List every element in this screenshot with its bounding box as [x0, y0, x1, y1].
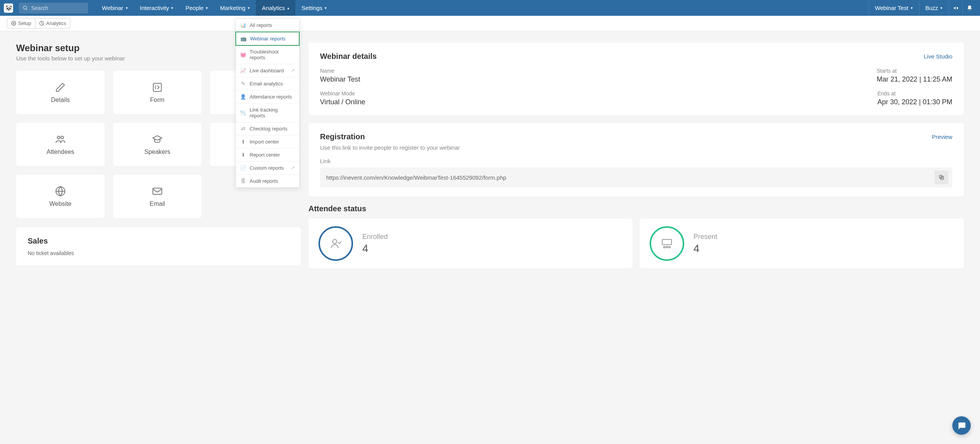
svg-point-14 [666, 246, 668, 248]
app-logo[interactable]: 🐼 [4, 3, 13, 13]
details-title: Webinar details [320, 52, 377, 61]
nav-buzz[interactable]: Buzz▾ [919, 0, 948, 16]
enrolled-label: Enrolled [362, 233, 388, 241]
dd-checklog[interactable]: ⇄Checklog reports [236, 122, 299, 135]
dd-attendance[interactable]: 👤Attendance reports [236, 90, 299, 103]
dd-label: Audit reports [250, 178, 278, 184]
nav-analytics[interactable]: Analytics▴ [256, 0, 295, 16]
dd-label: Import center [250, 139, 279, 145]
external-link-icon: ↗ [291, 165, 295, 170]
dd-troubleshoot[interactable]: 💓Troubleshoot reports [236, 45, 299, 64]
user-check-icon: 👤 [240, 94, 246, 100]
people-icon [55, 134, 66, 145]
chevron-down-icon: ▾ [248, 6, 250, 10]
dd-live-dashboard[interactable]: 📈Live dashboard↗ [236, 64, 299, 77]
chevron-down-icon: ▾ [325, 6, 327, 10]
announce-icon[interactable] [948, 0, 962, 16]
starts-label: Starts at [877, 68, 952, 74]
globe-icon [55, 186, 66, 197]
present-card: Present 4 [640, 219, 964, 269]
dd-all-reports[interactable]: 📊All reports [236, 19, 299, 32]
svg-rect-8 [153, 188, 162, 194]
swap-icon: ⇄ [240, 126, 246, 132]
dd-custom[interactable]: 📄Custom reports↗ [236, 162, 299, 175]
user-check-icon [330, 237, 342, 250]
enrolled-ring [318, 226, 353, 261]
tile-speakers[interactable]: Speakers [113, 123, 202, 166]
copy-button[interactable] [935, 170, 948, 184]
dd-webinar-reports[interactable]: 📺Webinar reports [235, 32, 300, 46]
dd-label: Webinar reports [250, 36, 285, 42]
nav-webinar[interactable]: Webinar▾ [96, 0, 134, 16]
nav-settings[interactable]: Settings▾ [295, 0, 333, 16]
analytics-dropdown: 📊All reports 📺Webinar reports 💓Troublesh… [235, 18, 300, 188]
search-box[interactable] [19, 3, 88, 13]
graduation-icon [152, 134, 163, 145]
form-icon [152, 82, 163, 93]
dd-report-center[interactable]: ⬇Report center [236, 149, 299, 162]
svg-line-1 [26, 8, 28, 10]
archive-icon: 🗄 [240, 178, 246, 184]
trending-icon: 📉 [240, 110, 246, 116]
nav-webinar-label: Webinar [102, 5, 123, 11]
chevron-down-icon: ▾ [206, 6, 208, 10]
nav-marketing[interactable]: Marketing▾ [214, 0, 256, 16]
dd-link-tracking[interactable]: 📉Link tracking reports [236, 103, 299, 122]
svg-point-6 [61, 136, 63, 139]
nav-settings-label: Settings [302, 5, 322, 11]
svg-rect-12 [662, 239, 672, 244]
link-label: Link [320, 158, 952, 164]
nav-interactivity[interactable]: Interactivity▾ [134, 0, 180, 16]
live-studio-link[interactable]: Live Studio [924, 53, 952, 60]
sales-empty: No ticket availables [28, 250, 289, 256]
tile-label: Website [49, 200, 72, 207]
present-ring [650, 226, 684, 261]
tile-label: Details [51, 97, 70, 103]
registration-panel: Registration Preview Use this link to in… [308, 123, 964, 197]
dd-audit[interactable]: 🗄Audit reports [236, 175, 299, 187]
tile-label: Form [150, 97, 164, 103]
tile-details[interactable]: Details [16, 71, 105, 114]
ends-value: Apr 30, 2022 | 01:30 PM [877, 98, 952, 106]
dd-label: Custom reports [250, 165, 284, 171]
svg-rect-4 [153, 83, 162, 91]
bar-chart-icon: 📊 [240, 22, 246, 28]
chevron-down-icon: ▾ [171, 6, 173, 10]
bell-icon[interactable] [962, 0, 976, 16]
tile-attendees[interactable]: Attendees [16, 123, 105, 166]
tile-website[interactable]: Website [16, 175, 105, 218]
preview-link[interactable]: Preview [932, 134, 952, 140]
tile-email[interactable]: Email [113, 175, 202, 218]
dd-email-analytics[interactable]: ✎Email analytics [236, 77, 299, 90]
chart-icon [39, 21, 44, 26]
search-input[interactable] [31, 5, 84, 11]
mode-value: Virtual / Online [320, 98, 365, 106]
line-chart-icon: 📈 [240, 68, 246, 73]
svg-point-5 [57, 136, 60, 139]
present-label: Present [693, 233, 717, 241]
name-label: Name [320, 68, 360, 74]
svg-point-11 [333, 239, 337, 244]
enrolled-value: 4 [362, 242, 388, 255]
envelope-icon [152, 186, 163, 197]
chevron-down-icon: ▾ [911, 6, 913, 10]
webinar-details-panel: Webinar details Live Studio Name Webinar… [308, 43, 964, 115]
svg-point-15 [669, 246, 670, 248]
nav-buzz-label: Buzz [925, 5, 938, 11]
tile-label: Email [150, 200, 165, 207]
edit-icon: ✎ [240, 81, 246, 87]
tile-label: Speakers [144, 149, 170, 155]
chevron-down-icon: ▾ [940, 6, 942, 10]
tab-analytics-label: Analytics [46, 20, 66, 26]
tab-setup[interactable]: Setup [7, 18, 35, 28]
nav-people[interactable]: People▾ [179, 0, 214, 16]
enrolled-card: Enrolled 4 [308, 219, 633, 269]
nav-webinar-test-label: Webinar Test [875, 5, 908, 11]
tile-form[interactable]: Form [113, 71, 202, 114]
sales-title: Sales [28, 237, 289, 245]
registration-title: Registration [320, 132, 365, 141]
tab-analytics[interactable]: Analytics [35, 18, 70, 28]
nav-webinar-test[interactable]: Webinar Test▾ [868, 0, 919, 16]
registration-subtitle: Use this link to invite people to regist… [320, 144, 952, 151]
dd-import[interactable]: ⬆Import center [236, 135, 299, 149]
